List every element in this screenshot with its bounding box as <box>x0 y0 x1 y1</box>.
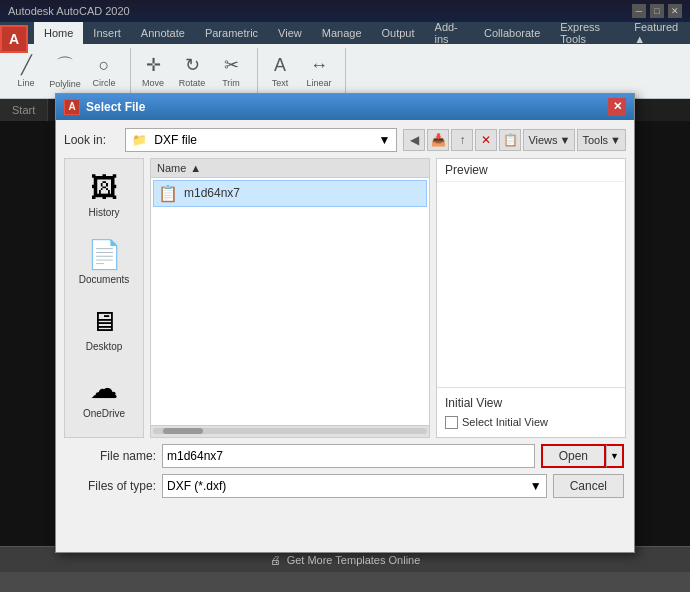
initial-view-area: Initial View Select Initial View <box>437 387 625 437</box>
sidebar-item-onedrive[interactable]: ☁ OneDrive <box>69 368 139 423</box>
select-initial-view-label: Select Initial View <box>462 416 548 428</box>
dialog-title-left: A Select File <box>64 99 145 115</box>
onedrive-icon: ☁ <box>90 372 118 405</box>
menu-tabs: Home Insert Annotate Parametric View Man… <box>34 22 690 44</box>
scroll-thumb <box>163 428 203 434</box>
menu-tab-express[interactable]: Express Tools <box>550 22 624 44</box>
trim-label: Trim <box>222 78 240 88</box>
preview-panel: Preview Initial View Select Initial View <box>436 158 626 438</box>
open-button[interactable]: Open <box>541 444 606 468</box>
new-folder-button[interactable]: 📋 <box>499 129 521 151</box>
text-label: Text <box>272 78 289 88</box>
file-item-name: m1d64nx7 <box>184 186 240 200</box>
filename-label: File name: <box>66 449 156 463</box>
sort-indicator: ▲ <box>190 162 201 174</box>
template-bar-label: Get More Templates Online <box>287 554 421 566</box>
back-button[interactable]: ◀ <box>403 129 425 151</box>
ribbon-text-group: A Text ↔ Linear <box>262 48 346 94</box>
circle-icon: ○ <box>99 55 110 76</box>
menu-tab-insert[interactable]: Insert <box>83 22 131 44</box>
sidebar-item-documents[interactable]: 📄 Documents <box>69 234 139 289</box>
text-button[interactable]: A Text <box>262 49 298 93</box>
dialog-body: Look in: 📁 DXF file ▼ ◀ 📥 ↑ ✕ 📋 <box>56 120 634 506</box>
up-button[interactable]: ↑ <box>451 129 473 151</box>
dimension-icon: ↔ <box>310 55 328 76</box>
window-controls: ─ □ ✕ <box>632 4 682 18</box>
menu-tab-featured[interactable]: Featured ▲ <box>624 22 690 44</box>
menu-tab-annotate[interactable]: Annotate <box>131 22 195 44</box>
open-dropdown-button[interactable]: ▼ <box>606 444 624 468</box>
folder-icon: 📁 <box>132 133 147 147</box>
autocad-logo: A <box>0 25 28 53</box>
look-in-combo[interactable]: 📁 DXF file ▼ <box>125 128 397 152</box>
trim-button[interactable]: ✂ Trim <box>213 49 249 93</box>
cancel-button[interactable]: Cancel <box>553 474 624 498</box>
dialog-toolbar-buttons: ◀ 📥 ↑ ✕ 📋 Views ▼ Tools ▼ <box>403 129 626 151</box>
sidebar-onedrive-label: OneDrive <box>83 408 125 419</box>
text-icon: A <box>274 55 286 76</box>
filetype-value: DXF (*.dxf) <box>167 479 226 493</box>
look-in-label: Look in: <box>64 133 119 147</box>
delete-button[interactable]: ✕ <box>475 129 497 151</box>
dialog-title: Select File <box>86 100 145 114</box>
views-dropdown[interactable]: Views ▼ <box>523 129 575 151</box>
ribbon: ╱ Line ⌒ Polyline ○ Circle ✛ Move ↻ Rota… <box>0 44 690 99</box>
filetype-combo-arrow: ▼ <box>530 479 542 493</box>
dimension-label: Linear <box>306 78 331 88</box>
select-initial-view-checkbox[interactable] <box>445 416 458 429</box>
ribbon-modify-group: ✛ Move ↻ Rotate ✂ Trim <box>135 48 258 94</box>
preview-area <box>437 182 625 387</box>
file-list-name-column: Name <box>157 162 186 174</box>
documents-icon: 📄 <box>87 238 122 271</box>
main-area: Start A Select File ✕ Look in: <box>0 99 690 546</box>
filetype-combo[interactable]: DXF (*.dxf) ▼ <box>162 474 547 498</box>
menu-tab-output[interactable]: Output <box>372 22 425 44</box>
maximize-button[interactable]: □ <box>650 4 664 18</box>
look-in-value: DXF file <box>154 133 197 147</box>
title-bar: Autodesk AutoCAD 2020 ─ □ ✕ <box>0 0 690 22</box>
combo-arrow: ▼ <box>378 133 390 147</box>
trim-icon: ✂ <box>224 54 239 76</box>
rotate-label: Rotate <box>179 78 206 88</box>
rotate-button[interactable]: ↻ Rotate <box>174 49 210 93</box>
line-icon: ╱ <box>21 54 32 76</box>
forward-button[interactable]: 📥 <box>427 129 449 151</box>
menu-tab-home[interactable]: Home <box>34 22 83 44</box>
move-button[interactable]: ✛ Move <box>135 49 171 93</box>
rotate-icon: ↻ <box>185 54 200 76</box>
sidebar-item-desktop[interactable]: 🖥 Desktop <box>69 301 139 356</box>
menu-tab-manage[interactable]: Manage <box>312 22 372 44</box>
circle-button[interactable]: ○ Circle <box>86 49 122 93</box>
menu-tab-parametric[interactable]: Parametric <box>195 22 268 44</box>
look-in-row: Look in: 📁 DXF file ▼ ◀ 📥 ↑ ✕ 📋 <box>64 128 626 152</box>
file-item[interactable]: 📋 m1d64nx7 <box>153 180 427 207</box>
dialog-close-button[interactable]: ✕ <box>608 98 626 116</box>
sidebar-history-label: History <box>88 207 119 218</box>
initial-view-label: Initial View <box>445 396 617 410</box>
line-tool-button[interactable]: ╱ Line <box>8 49 44 93</box>
sidebar-desktop-label: Desktop <box>86 341 123 352</box>
sidebar-item-history[interactable]: 🖼 History <box>69 167 139 222</box>
app-title: Autodesk AutoCAD 2020 <box>8 5 130 17</box>
open-btn-group: Open ▼ <box>541 444 624 468</box>
file-list-scrollbar[interactable] <box>151 425 429 437</box>
polyline-button[interactable]: ⌒ Polyline <box>47 49 83 93</box>
filename-row: File name: Open ▼ <box>64 444 626 468</box>
menu-tab-addins[interactable]: Add-ins <box>425 22 474 44</box>
circle-label: Circle <box>92 78 115 88</box>
menu-tab-view[interactable]: View <box>268 22 312 44</box>
dialog-titlebar: A Select File ✕ <box>56 94 634 120</box>
tools-dropdown[interactable]: Tools ▼ <box>577 129 626 151</box>
dimension-button[interactable]: ↔ Linear <box>301 49 337 93</box>
close-button[interactable]: ✕ <box>668 4 682 18</box>
move-icon: ✛ <box>146 54 161 76</box>
filename-input[interactable] <box>162 444 535 468</box>
polyline-label: Polyline <box>49 79 81 89</box>
desktop-icon: 🖥 <box>90 305 118 338</box>
file-item-icon: 📋 <box>158 184 178 203</box>
scroll-track <box>153 428 427 434</box>
menu-tab-collaborate[interactable]: Collaborate <box>474 22 550 44</box>
minimize-button[interactable]: ─ <box>632 4 646 18</box>
ribbon-draw-group: ╱ Line ⌒ Polyline ○ Circle <box>8 48 131 94</box>
file-list-panel: Name ▲ 📋 m1d64nx7 <box>150 158 430 438</box>
